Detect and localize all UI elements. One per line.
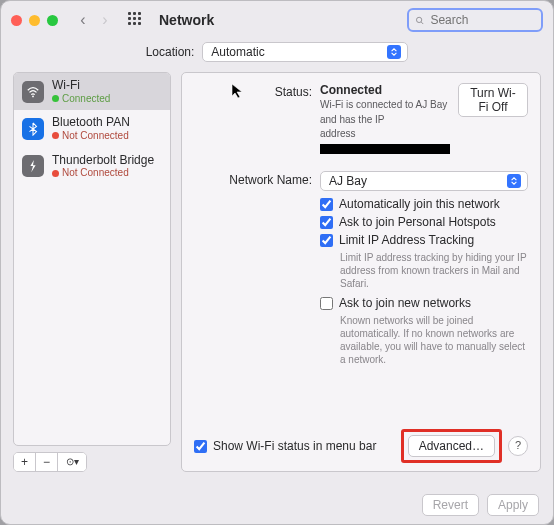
svg-line-1 [421, 21, 423, 23]
limit-ip-checkbox[interactable]: Limit IP Address Tracking [320, 233, 528, 247]
cursor-icon [230, 83, 246, 99]
wifi-icon [22, 81, 44, 103]
close-icon[interactable] [11, 15, 22, 26]
sidebar-item-wifi[interactable]: Wi-Fi Connected [14, 73, 170, 110]
ask-new-checkbox[interactable]: Ask to join new networks [320, 296, 528, 310]
checkbox-input[interactable] [320, 297, 333, 310]
location-label: Location: [146, 45, 195, 59]
menubar-checkbox[interactable]: Show Wi-Fi status in menu bar [194, 439, 376, 453]
search-input[interactable] [428, 12, 535, 28]
location-row: Location: Automatic [1, 42, 553, 62]
status-value: Connected [320, 83, 382, 97]
add-interface-button[interactable]: + [14, 453, 36, 471]
search-field[interactable] [407, 8, 543, 32]
zoom-icon[interactable] [47, 15, 58, 26]
svg-point-2 [32, 95, 34, 97]
chevron-updown-icon [507, 174, 521, 188]
sidebar-item-label: Wi-Fi [52, 79, 110, 93]
remove-interface-button[interactable]: − [36, 453, 58, 471]
svg-point-0 [416, 17, 421, 22]
interface-list: Wi-Fi Connected Bluetooth PAN Not Connec… [13, 72, 171, 446]
nav-buttons: ‹ › [74, 12, 114, 28]
checkbox-input[interactable] [320, 198, 333, 211]
traffic-lights [11, 15, 58, 26]
sidebar-item-label: Bluetooth PAN [52, 116, 130, 130]
help-button[interactable]: ? [508, 436, 528, 456]
search-icon [415, 15, 424, 26]
checkbox-input[interactable] [320, 234, 333, 247]
network-name-value: AJ Bay [329, 174, 367, 188]
bluetooth-icon [22, 118, 44, 140]
apply-button[interactable]: Apply [487, 494, 539, 516]
limit-ip-help: Limit IP address tracking by hiding your… [340, 251, 528, 290]
advanced-button[interactable]: Advanced… [408, 435, 495, 457]
status-dot-icon [52, 95, 59, 102]
titlebar: ‹ › Network [1, 1, 553, 36]
ask-hotspot-checkbox[interactable]: Ask to join Personal Hotspots [320, 215, 528, 229]
footer-buttons: Revert Apply [422, 494, 539, 516]
chevron-updown-icon [387, 45, 401, 59]
ask-new-help: Known networks will be joined automatica… [340, 314, 528, 366]
status-label: Status: [194, 83, 320, 155]
network-preferences-window: ‹ › Network Location: Automatic [0, 0, 554, 525]
checkbox-input[interactable] [320, 216, 333, 229]
minimize-icon[interactable] [29, 15, 40, 26]
panel-bottom-row: Show Wi-Fi status in menu bar Advanced… … [194, 429, 528, 463]
status-desc: Wi-Fi is connected to AJ Bay and has the… [320, 99, 450, 154]
sidebar-item-bluetooth[interactable]: Bluetooth PAN Not Connected [14, 110, 170, 147]
location-select[interactable]: Automatic [202, 42, 408, 62]
redacted-ip [320, 144, 450, 154]
list-action-buttons: + − ⊙▾ [13, 452, 87, 472]
forward-button[interactable]: › [96, 12, 114, 28]
page-title: Network [159, 12, 214, 28]
status-dot-icon [52, 132, 59, 139]
detail-panel: Status: Connected Wi-Fi is connected to … [181, 72, 541, 472]
thunderbolt-icon [22, 155, 44, 177]
sidebar: Wi-Fi Connected Bluetooth PAN Not Connec… [13, 72, 171, 472]
revert-button[interactable]: Revert [422, 494, 479, 516]
show-all-icon[interactable] [128, 12, 144, 28]
sidebar-item-thunderbolt[interactable]: Thunderbolt Bridge Not Connected [14, 148, 170, 185]
auto-join-checkbox[interactable]: Automatically join this network [320, 197, 528, 211]
network-name-row: Network Name: AJ Bay Automatically join … [194, 171, 528, 372]
more-actions-button[interactable]: ⊙▾ [58, 453, 86, 471]
network-name-select[interactable]: AJ Bay [320, 171, 528, 191]
main-split: Wi-Fi Connected Bluetooth PAN Not Connec… [1, 72, 553, 478]
checkbox-input[interactable] [194, 440, 207, 453]
location-value: Automatic [211, 45, 264, 59]
sidebar-item-label: Thunderbolt Bridge [52, 154, 154, 168]
back-button[interactable]: ‹ [74, 12, 92, 28]
wifi-toggle-button[interactable]: Turn Wi-Fi Off [458, 83, 528, 117]
network-name-label: Network Name: [194, 171, 320, 372]
status-dot-icon [52, 170, 59, 177]
advanced-highlight: Advanced… [401, 429, 502, 463]
